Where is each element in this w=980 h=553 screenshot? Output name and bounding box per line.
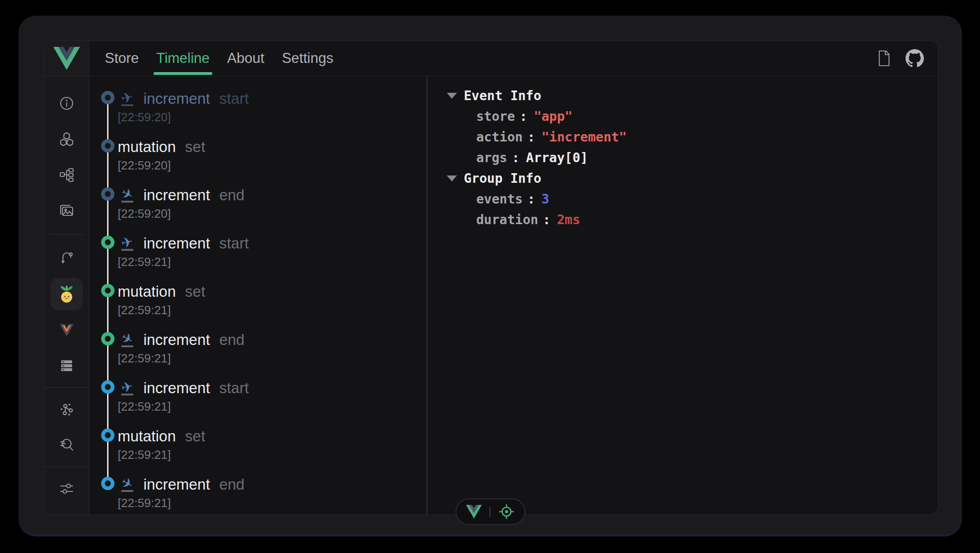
event-title-row: ✈ increment end (118, 475, 427, 494)
event-subtitle: start (219, 90, 249, 108)
sidebar-item-settings[interactable] (44, 471, 89, 507)
timeline-event[interactable]: mutation set [22:59:20] (89, 138, 427, 186)
timeline-event[interactable]: ✈ increment end [22:59:21] (89, 475, 427, 514)
inspector-row: store : "app" (447, 106, 938, 127)
timeline-event[interactable]: ✈ increment start [22:59:21] (89, 379, 427, 427)
sidebar-item-info[interactable] (44, 85, 89, 121)
inspector-value: 2ms (557, 212, 581, 227)
sidebar-divider (44, 467, 89, 467)
docs-button[interactable] (876, 50, 892, 67)
nav-actions (876, 41, 938, 76)
event-title-row: mutation set (118, 138, 427, 156)
airplane-glyph: ✈ (119, 186, 136, 203)
pinia-active-highlight (51, 278, 83, 310)
sidebar-item-component-tree[interactable] (44, 157, 89, 193)
timeline-event[interactable]: ✈ increment end [22:59:20] (89, 186, 427, 234)
timeline-event[interactable]: mutation set [22:59:21] (89, 282, 427, 331)
github-button[interactable] (906, 49, 924, 68)
inspector-colon: : (527, 192, 535, 207)
sidebar-item-layers[interactable] (44, 348, 89, 384)
event-dot (101, 477, 114, 490)
inspector-row: action : "increment" (447, 127, 938, 147)
sidebar-item-graph[interactable] (44, 391, 89, 427)
devtools-toggle-button[interactable] (466, 505, 482, 519)
devtools-floating-toolbar (456, 498, 525, 525)
event-title: increment (143, 331, 210, 349)
timeline-content: ✈ increment start [22:59:20] mutation se… (89, 76, 938, 514)
airplane-glyph: ✈ (120, 90, 134, 106)
inspector-key: action (476, 130, 523, 145)
event-subtitle: start (219, 234, 249, 253)
inspector-value: "increment" (541, 130, 627, 145)
event-title: increment (143, 475, 210, 494)
event-dot (101, 91, 114, 104)
inspect-element-button[interactable] (498, 503, 515, 520)
event-title-row: ✈ increment end (118, 331, 427, 349)
vue-devtools-panel: Store Timeline About Settings (44, 40, 938, 515)
layers-icon (59, 358, 74, 373)
event-title-row: ✈ increment end (118, 186, 427, 204)
tab-timeline[interactable]: Timeline (154, 41, 212, 76)
event-subtitle: start (219, 379, 249, 397)
tab-store[interactable]: Store (102, 41, 142, 76)
sidebar-item-pinia[interactable] (44, 276, 89, 312)
event-timestamp: [22:59:21] (118, 448, 427, 462)
event-title: increment (143, 234, 210, 253)
inspector-key: duration (476, 212, 538, 227)
tab-label: Timeline (156, 50, 210, 67)
event-title-row: ✈ increment start (118, 379, 427, 397)
event-timestamp: [22:59:20] (118, 110, 427, 124)
inspector-key: store (476, 109, 515, 124)
sidebar-item-assets[interactable] (44, 193, 89, 229)
timeline-event[interactable]: ✈ increment end [22:59:21] (89, 331, 427, 379)
vue-logo (44, 41, 89, 76)
event-dot (101, 332, 114, 345)
event-dot (101, 380, 114, 394)
nav-tabs: Store Timeline About Settings (102, 41, 336, 76)
inspector-value: 3 (541, 192, 549, 207)
event-title: mutation (118, 282, 176, 301)
event-timestamp: [22:59:20] (118, 207, 427, 221)
assets-icon (59, 203, 74, 219)
event-subtitle: end (219, 475, 245, 494)
inspector-colon: : (543, 212, 551, 227)
timeline-event[interactable]: mutation set [22:59:21] (89, 427, 427, 475)
sidebar-item-router[interactable] (44, 240, 89, 276)
airplane-glyph: ✈ (119, 475, 136, 492)
inspect-target-icon (498, 503, 515, 520)
plugin-sidebar (44, 76, 89, 514)
event-title: increment (143, 90, 210, 108)
collapse-triangle-icon (447, 175, 457, 181)
pinia-pineapple-icon (58, 284, 75, 304)
inspector-value: Array[0] (526, 150, 588, 165)
airplane-landing-icon: ✈ (118, 477, 137, 492)
tab-settings[interactable]: Settings (279, 41, 336, 76)
event-inspector: Event Info store : "app" action : "incre… (427, 76, 938, 514)
airplane-takeoff-icon: ✈ (118, 381, 137, 395)
event-subtitle: end (219, 331, 245, 349)
component-tree-icon (59, 167, 74, 183)
event-dot (101, 139, 114, 152)
sidebar-item-vue-plugin[interactable] (44, 312, 89, 348)
airplane-glyph: ✈ (120, 235, 134, 250)
inspector-row: args : Array[0] (447, 147, 938, 168)
timeline-event-list: ✈ increment start [22:59:20] mutation se… (89, 76, 427, 514)
airplane-glyph: ✈ (120, 380, 134, 395)
timeline-event[interactable]: ✈ increment start [22:59:21] (89, 234, 427, 282)
inspector-section-header[interactable]: Group Info (447, 168, 938, 189)
collapse-triangle-icon (447, 93, 457, 99)
airplane-landing-icon: ✈ (118, 333, 137, 347)
tab-about[interactable]: About (224, 41, 267, 76)
sidebar-item-components[interactable] (44, 121, 89, 157)
tab-label: About (227, 50, 264, 67)
event-subtitle: set (185, 427, 205, 446)
inspector-section-title: Event Info (464, 88, 541, 103)
inspector-section-header[interactable]: Event Info (447, 85, 938, 106)
event-timestamp: [22:59:21] (118, 496, 427, 510)
tab-label: Store (105, 50, 139, 67)
sidebar-item-inspect-search[interactable] (44, 427, 89, 463)
inspect-search-icon (59, 437, 74, 453)
event-title: increment (143, 186, 210, 204)
info-icon (59, 96, 74, 111)
timeline-event[interactable]: ✈ increment start [22:59:20] (89, 90, 427, 138)
